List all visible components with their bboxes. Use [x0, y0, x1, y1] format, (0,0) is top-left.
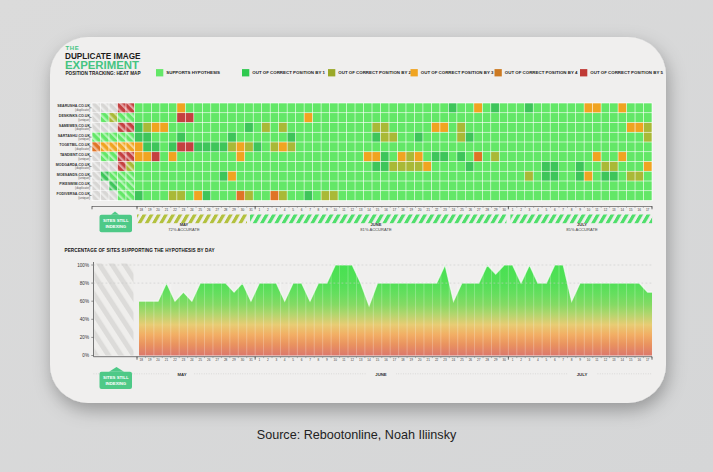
svg-text:9: 9	[326, 208, 328, 212]
svg-text:(unique): (unique)	[78, 118, 90, 122]
svg-text:20: 20	[418, 358, 422, 362]
svg-text:OUT OF CORRECT POSITION BY 5: OUT OF CORRECT POSITION BY 5	[590, 70, 663, 75]
svg-text:25: 25	[460, 208, 464, 212]
svg-text:19: 19	[410, 358, 414, 362]
svg-text:9: 9	[579, 208, 581, 212]
svg-text:25: 25	[460, 358, 464, 362]
svg-text:5: 5	[545, 208, 547, 212]
svg-text:24: 24	[190, 208, 194, 212]
svg-text:10: 10	[587, 358, 591, 362]
svg-text:OUT OF CORRECT POSITION BY 1: OUT OF CORRECT POSITION BY 1	[252, 70, 325, 75]
svg-text:SITES STILL: SITES STILL	[103, 375, 129, 380]
svg-text:19: 19	[148, 208, 152, 212]
svg-text:3: 3	[529, 208, 531, 212]
svg-text:18: 18	[139, 208, 143, 212]
svg-text:28: 28	[486, 358, 490, 362]
svg-text:23: 23	[443, 358, 447, 362]
svg-text:OUT OF CORRECT POSITION BY 4: OUT OF CORRECT POSITION BY 4	[505, 70, 578, 75]
svg-text:23: 23	[182, 358, 186, 362]
svg-text:81% ACCURATE: 81% ACCURATE	[360, 227, 392, 232]
svg-text:19: 19	[410, 208, 414, 212]
svg-text:18: 18	[401, 358, 405, 362]
svg-text:1: 1	[259, 208, 261, 212]
svg-text:10: 10	[334, 358, 338, 362]
svg-text:85% ACCURATE: 85% ACCURATE	[566, 227, 598, 232]
svg-text:(unique): (unique)	[78, 196, 90, 200]
svg-text:29: 29	[232, 358, 236, 362]
svg-text:22: 22	[173, 358, 177, 362]
svg-text:29: 29	[232, 208, 236, 212]
svg-text:JUNE: JUNE	[375, 372, 387, 377]
svg-text:5: 5	[292, 208, 294, 212]
svg-text:(duplicate): (duplicate)	[75, 108, 90, 112]
svg-text:28: 28	[224, 208, 228, 212]
svg-text:13: 13	[612, 208, 616, 212]
svg-text:16: 16	[637, 208, 641, 212]
svg-text:2: 2	[520, 208, 522, 212]
svg-text:26: 26	[469, 208, 473, 212]
svg-text:3: 3	[275, 208, 277, 212]
svg-text:16: 16	[637, 358, 641, 362]
svg-text:17: 17	[393, 358, 397, 362]
svg-text:28: 28	[224, 358, 228, 362]
svg-text:17: 17	[393, 208, 397, 212]
svg-text:2: 2	[520, 358, 522, 362]
svg-text:7: 7	[309, 208, 311, 212]
svg-text:OUT OF CORRECT POSITION BY 2: OUT OF CORRECT POSITION BY 2	[338, 70, 411, 75]
svg-text:MAY: MAY	[177, 372, 186, 377]
svg-text:(duplicate): (duplicate)	[75, 127, 90, 131]
svg-text:14: 14	[621, 358, 625, 362]
svg-text:27: 27	[215, 208, 219, 212]
svg-text:6: 6	[554, 208, 556, 212]
svg-text:7: 7	[309, 358, 311, 362]
svg-text:21: 21	[426, 208, 430, 212]
svg-text:24: 24	[452, 358, 456, 362]
svg-text:JULY: JULY	[577, 372, 588, 377]
svg-text:29: 29	[494, 208, 498, 212]
svg-text:20%: 20%	[80, 335, 89, 340]
svg-text:OUT OF CORRECT POSITION BY 3: OUT OF CORRECT POSITION BY 3	[421, 70, 494, 75]
svg-text:16: 16	[384, 208, 388, 212]
svg-text:SITES STILL: SITES STILL	[103, 218, 129, 223]
svg-text:29: 29	[494, 358, 498, 362]
svg-text:1: 1	[512, 358, 514, 362]
svg-text:80%: 80%	[80, 281, 89, 286]
svg-text:60%: 60%	[80, 299, 89, 304]
svg-text:13: 13	[359, 358, 363, 362]
svg-text:4: 4	[537, 358, 539, 362]
svg-text:14: 14	[367, 208, 371, 212]
svg-text:27: 27	[477, 208, 481, 212]
svg-text:3: 3	[275, 358, 277, 362]
svg-text:8: 8	[571, 358, 573, 362]
svg-text:11: 11	[595, 358, 598, 362]
svg-text:6: 6	[301, 358, 303, 362]
svg-text:12: 12	[604, 208, 608, 212]
svg-text:11: 11	[595, 208, 598, 212]
svg-text:26: 26	[207, 358, 211, 362]
svg-text:(duplicate): (duplicate)	[75, 166, 90, 170]
svg-text:13: 13	[359, 208, 363, 212]
svg-text:0%: 0%	[82, 353, 89, 358]
svg-text:12: 12	[604, 358, 608, 362]
svg-text:POSITION TRACKING: HEAT MAP: POSITION TRACKING: HEAT MAP	[66, 70, 142, 76]
svg-text:17: 17	[646, 358, 650, 362]
svg-text:10: 10	[587, 208, 591, 212]
svg-text:15: 15	[629, 208, 633, 212]
svg-text:26: 26	[207, 208, 211, 212]
svg-text:7: 7	[562, 208, 564, 212]
svg-text:9: 9	[326, 358, 328, 362]
svg-text:2: 2	[267, 358, 269, 362]
svg-text:25: 25	[199, 358, 203, 362]
svg-text:9: 9	[579, 358, 581, 362]
svg-text:22: 22	[435, 208, 439, 212]
svg-text:15: 15	[376, 358, 380, 362]
svg-text:21: 21	[165, 358, 169, 362]
svg-text:PERCENTAGE OF SITES SUPPORTING: PERCENTAGE OF SITES SUPPORTING THE HYPOT…	[65, 248, 215, 253]
svg-text:6: 6	[301, 208, 303, 212]
svg-text:12: 12	[350, 208, 354, 212]
svg-text:7: 7	[562, 358, 564, 362]
svg-text:12: 12	[350, 358, 354, 362]
svg-text:4: 4	[537, 208, 539, 212]
svg-text:(duplicate): (duplicate)	[75, 147, 90, 151]
svg-text:20: 20	[156, 358, 160, 362]
